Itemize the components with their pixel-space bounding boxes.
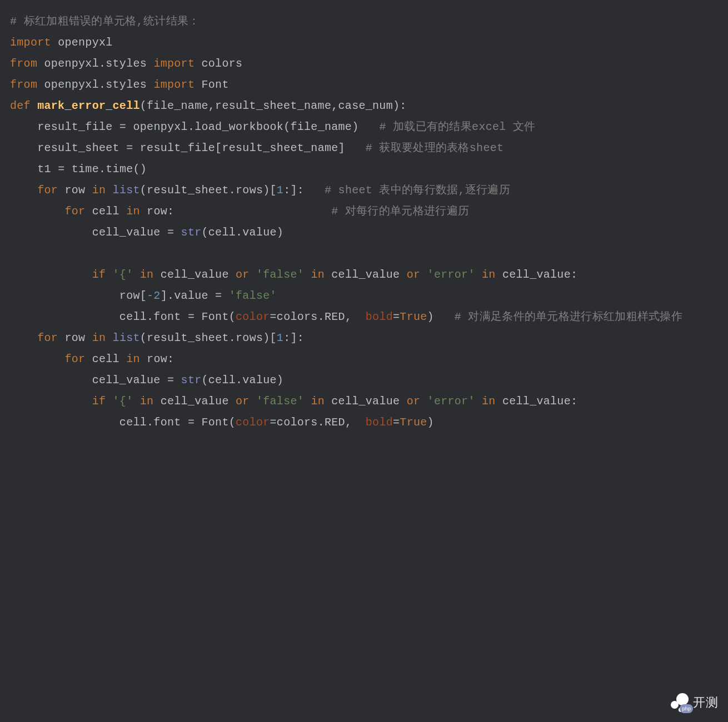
code-punct: :]:: [283, 332, 304, 344]
code-boolean: True: [400, 310, 427, 323]
code-punct: (: [140, 184, 147, 197]
code-identifier: cell_value: [161, 268, 229, 281]
code-comment: # 获取要处理的表格sheet: [366, 142, 504, 154]
code-identifier: row: [147, 353, 167, 365]
code-punct: (): [133, 163, 147, 176]
code-identifier: cell.font: [119, 310, 181, 323]
code-identifier: cell_value: [331, 268, 400, 281]
code-identifier: t1: [37, 163, 51, 176]
code-keyword: if: [92, 268, 106, 281]
code-keyword: in: [92, 184, 106, 197]
code-punct: ]: [338, 142, 345, 154]
code-string: '{': [113, 395, 133, 408]
code-punct: [: [215, 142, 222, 154]
code-identifier: result_file: [37, 121, 112, 133]
code-punct: :: [167, 205, 174, 218]
code-identifier: cell_value: [331, 395, 400, 408]
code-identifier: result_file: [140, 142, 215, 154]
code-punct: =: [188, 416, 195, 429]
code-punct: (: [202, 374, 208, 387]
code-block: # 标红加粗错误的单元格,统计结果： import openpyxl from …: [10, 11, 718, 433]
code-keyword: in: [311, 395, 325, 408]
code-identifier: cell_value: [502, 395, 571, 408]
code-identifier: openpyxl.load_workbook: [133, 121, 283, 133]
code-punct: :: [571, 268, 577, 281]
code-keyword: for: [64, 205, 85, 218]
code-module: openpyxl: [58, 36, 112, 49]
code-punct: ): [427, 416, 434, 429]
php-badge: php: [680, 704, 693, 713]
code-keyword: in: [126, 353, 140, 365]
code-module: colors: [202, 57, 243, 70]
code-identifier: result_sheet.rows: [147, 332, 263, 344]
code-punct: ,: [331, 99, 338, 112]
code-comment: # 对每行的单元格进行遍历: [331, 205, 469, 218]
code-keyword: or: [407, 395, 421, 408]
code-number: 1: [277, 184, 283, 197]
code-number: 1: [277, 332, 283, 344]
code-keyword: or: [236, 268, 250, 281]
code-keyword: in: [140, 268, 154, 281]
code-punct: :]:: [283, 184, 304, 197]
code-keyword: or: [236, 395, 250, 408]
code-kwarg: bold: [366, 416, 393, 429]
code-keyword: def: [10, 99, 31, 112]
code-punct: [: [140, 289, 147, 302]
code-keyword: in: [140, 395, 154, 408]
code-punct: ): [277, 374, 283, 387]
code-punct: =: [167, 374, 174, 387]
code-keyword: import: [10, 36, 51, 49]
code-punct: :: [167, 353, 174, 365]
code-kwarg: color: [236, 416, 270, 429]
chat-bubble-icon: php: [671, 693, 690, 712]
code-punct: )[: [263, 332, 277, 344]
code-keyword: if: [92, 395, 106, 408]
code-identifier: cell_value: [502, 268, 571, 281]
code-identifier: file_name: [290, 121, 352, 133]
code-punct: =: [393, 310, 400, 323]
code-punct: ,: [208, 99, 215, 112]
code-string: 'false': [256, 268, 304, 281]
code-keyword: import: [153, 57, 195, 70]
code-punct: =: [167, 226, 174, 239]
code-punct: =: [270, 416, 277, 429]
code-comment: # 标红加粗错误的单元格,统计结果：: [10, 15, 200, 28]
code-punct: ,: [345, 310, 352, 323]
code-punct: ): [352, 121, 358, 133]
code-identifier: cell.value: [208, 226, 277, 239]
code-punct: ): [427, 310, 434, 323]
code-identifier: cell_value: [92, 226, 161, 239]
code-keyword: from: [10, 78, 37, 91]
code-punct: =: [119, 121, 126, 133]
code-identifier: colors.RED: [277, 416, 345, 429]
code-builtin: str: [181, 374, 202, 387]
code-punct: =: [270, 310, 277, 323]
code-keyword: for: [37, 332, 58, 344]
code-keyword: for: [37, 184, 58, 197]
watermark: php 开测: [671, 691, 718, 714]
code-string: 'error': [427, 395, 475, 408]
code-keyword: in: [126, 205, 140, 218]
code-punct: (: [283, 121, 290, 133]
code-builtin: list: [113, 332, 140, 344]
code-kwarg: bold: [366, 310, 393, 323]
code-punct: (: [202, 226, 208, 239]
code-identifier: cell_value: [92, 374, 161, 387]
code-keyword: in: [92, 332, 106, 344]
code-identifier: result_sheet.rows: [147, 184, 263, 197]
code-keyword: for: [64, 353, 85, 365]
code-identifier: cell: [92, 205, 119, 218]
code-punct: ):: [393, 99, 407, 112]
code-identifier: result_sheet_name: [215, 99, 331, 112]
code-identifier: cell.font: [119, 416, 181, 429]
code-punct: :: [571, 395, 577, 408]
code-identifier: row: [64, 332, 85, 344]
code-string: 'false': [256, 395, 304, 408]
code-number: -2: [147, 289, 161, 302]
code-identifier: Font: [202, 310, 229, 323]
code-punct: =: [188, 310, 195, 323]
code-identifier: result_sheet_name: [222, 142, 338, 154]
code-comment: # sheet 表中的每行数据,逐行遍历: [325, 184, 510, 197]
code-identifier: row: [119, 289, 140, 302]
code-punct: =: [215, 289, 222, 302]
